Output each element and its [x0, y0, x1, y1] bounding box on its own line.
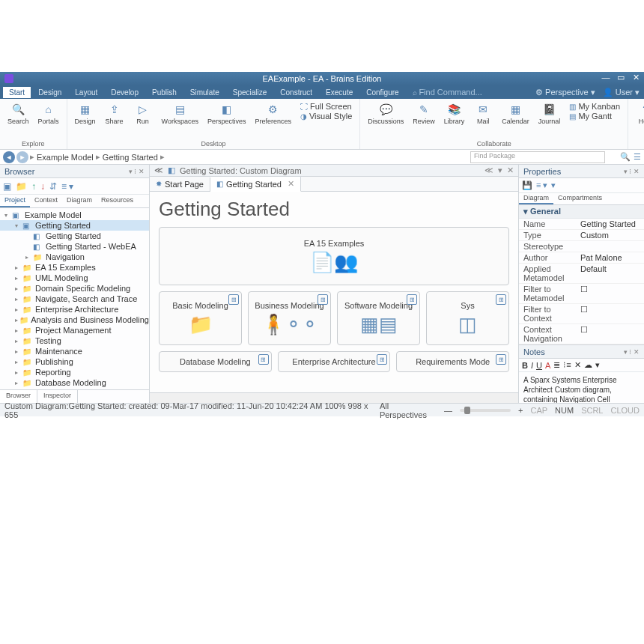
nav-cell-hero[interactable]: EA 15 Examples 📄👥 [159, 227, 509, 285]
zoom-out-button[interactable]: — [444, 406, 452, 415]
nav-cell[interactable]: ⊞Software Modeling▦▤ [337, 291, 420, 345]
nav-forward-button[interactable]: ► [16, 151, 28, 163]
bold-button[interactable]: B [522, 361, 528, 370]
menu-develop[interactable]: Develop [105, 87, 145, 98]
clear-button[interactable]: ✕ [574, 360, 581, 370]
calendar-button[interactable]: ▦Calendar [499, 100, 532, 139]
user-menu[interactable]: 👤 User ▾ [603, 88, 640, 97]
tree-node[interactable]: ▸📁EA 15 Examples [0, 262, 149, 273]
color-button[interactable]: A [545, 361, 550, 370]
breadcrumb-item[interactable]: Getting Started [103, 153, 158, 162]
journal-button[interactable]: 📓Journal [535, 100, 564, 139]
mykanban-button[interactable]: ▥My Kanban [569, 102, 620, 111]
down-icon[interactable]: ↓ [40, 181, 45, 192]
tree-node[interactable]: ▸📁Project Management [0, 325, 149, 335]
zoom-in-button[interactable]: + [518, 406, 523, 415]
browser-tab-context[interactable]: Context [30, 195, 62, 207]
portals-button[interactable]: ⌂Portals [35, 100, 62, 139]
visualstyle-button[interactable]: ◑Visual Style [300, 112, 352, 121]
link-button[interactable]: ☁ [584, 360, 592, 370]
tree-node[interactable]: ▸📁Publishing [0, 356, 149, 367]
nav-back-button[interactable]: ◄ [3, 151, 15, 163]
options-icon[interactable]: ☰ [634, 152, 641, 162]
tree-node[interactable]: ◧Getting Started - WebEA [0, 241, 149, 252]
doc-tab[interactable]: ✸Start Page [150, 177, 210, 191]
close-button[interactable]: ✕ [631, 73, 641, 82]
nav-cell[interactable]: ⊞Enterprise Architecture [278, 351, 391, 372]
bullets-button[interactable]: ≣ [553, 360, 560, 370]
browser-tab-project[interactable]: Project [0, 195, 30, 207]
doc-tab[interactable]: ◧Getting Started✕ [210, 177, 301, 192]
menu-configure[interactable]: Configure [360, 87, 404, 98]
menu-construct[interactable]: Construct [274, 87, 318, 98]
help-button[interactable]: ?Help [633, 100, 644, 139]
tree-node[interactable]: ▸📁Navigation [0, 252, 149, 262]
find-package-input[interactable]: Find Package [470, 151, 605, 163]
close-diagram-icon[interactable]: ✕ [507, 165, 514, 175]
mail-button[interactable]: ✉Mail [470, 100, 496, 139]
props-tab-diagram[interactable]: Diagram [519, 193, 553, 204]
find-command[interactable]: ⌕ Find Command... [413, 88, 482, 97]
browser-tab-resources[interactable]: Resources [97, 195, 138, 207]
props-tab-compartments[interactable]: Compartments [553, 193, 607, 204]
zoom-slider[interactable] [460, 409, 511, 412]
tree-node[interactable]: ▸📁Maintenance [0, 346, 149, 356]
preferences-button[interactable]: ⚙Preferences [252, 100, 294, 139]
italic-button[interactable]: I [531, 361, 533, 370]
props-row[interactable]: Applied MetamodelDefault [519, 264, 644, 284]
tree-node[interactable]: ▸📁Reporting [0, 367, 149, 377]
maximize-button[interactable]: ▭ [616, 73, 626, 82]
run-button[interactable]: ▷Run [130, 100, 156, 139]
props-row[interactable]: Stereotype [519, 241, 644, 252]
down-icon[interactable]: ▾ [551, 180, 556, 190]
menu-start[interactable]: Start [3, 87, 31, 98]
review-button[interactable]: ✎Review [410, 100, 438, 139]
menu-publish[interactable]: Publish [146, 87, 183, 98]
tree-node[interactable]: ▸📁Enterprise Architecture [0, 304, 149, 315]
props-row[interactable]: Filter to Metamodel☐ [519, 284, 644, 304]
search-icon[interactable]: 🔍 [620, 152, 631, 162]
tree-node[interactable]: ▾▣Example Model [0, 210, 149, 220]
tree-node[interactable]: ▸📁Database Modeling [0, 377, 149, 388]
nav-cell[interactable]: ⊞Requirements Mode [396, 351, 509, 372]
discussions-button[interactable]: 💬Discussions [365, 100, 407, 139]
notes-text[interactable]: A Sparx Systems Enterprise Architect Cus… [519, 372, 644, 403]
panel-controls[interactable]: ▾ ⁝ ✕ [624, 168, 640, 175]
tree-node[interactable]: ▸📁UML Modeling [0, 273, 149, 283]
list-icon[interactable]: ≡ ▾ [536, 180, 547, 190]
underline-button[interactable]: U [536, 361, 542, 370]
mygantt-button[interactable]: ▤My Gantt [569, 112, 620, 121]
breadcrumb-item[interactable]: Example Model [37, 153, 94, 162]
search-button[interactable]: 🔍Search [4, 100, 32, 139]
fullscreen-button[interactable]: ⛶Full Screen [300, 102, 352, 111]
menu-simulate[interactable]: Simulate [184, 87, 225, 98]
new-package-icon[interactable]: 📁 [16, 181, 27, 192]
up-icon[interactable]: ↑ [31, 181, 36, 192]
new-model-icon[interactable]: ▣ [3, 181, 11, 192]
tree-node[interactable]: ▸📁Domain Specific Modeling [0, 283, 149, 294]
browser-tab-diagram[interactable]: Diagram [62, 195, 97, 207]
tree-node[interactable]: ▾▣Getting Started [0, 220, 149, 231]
more-icon[interactable]: ▾ [595, 360, 600, 370]
tree-node[interactable]: ▸📁Testing [0, 335, 149, 346]
panel-controls[interactable]: ▾ ⁝ ✕ [129, 168, 145, 175]
menu-design[interactable]: Design [32, 87, 67, 98]
nav-cell[interactable]: ⊞Database Modeling [159, 351, 272, 372]
props-row[interactable]: Context Navigation☐ [519, 324, 644, 344]
design-button[interactable]: ▦Design [72, 100, 99, 139]
tree-node[interactable]: ◧Getting Started [0, 231, 149, 241]
menu-execute[interactable]: Execute [320, 87, 359, 98]
menu-layout[interactable]: Layout [69, 87, 103, 98]
panel-menu-icon[interactable]: ▾ [498, 165, 502, 175]
tree-node[interactable]: ▸📁Navigate, Search and Trace [0, 294, 149, 304]
numbered-button[interactable]: ⁝≡ [563, 360, 571, 370]
save-icon[interactable]: 💾 [522, 180, 532, 190]
status-perspectives[interactable]: All Perspectives [380, 401, 437, 419]
nav-cell[interactable]: ⊞Sys◫ [426, 291, 509, 345]
props-section[interactable]: ▾ General [519, 205, 644, 219]
nav-next-icon[interactable]: ≪ [484, 165, 493, 175]
library-button[interactable]: 📚Library [441, 100, 468, 139]
workspaces-button[interactable]: ▤Workspaces [159, 100, 201, 139]
props-row[interactable]: NameGetting Started [519, 219, 644, 230]
hamburger-icon[interactable]: ≡ ▾ [61, 181, 73, 192]
